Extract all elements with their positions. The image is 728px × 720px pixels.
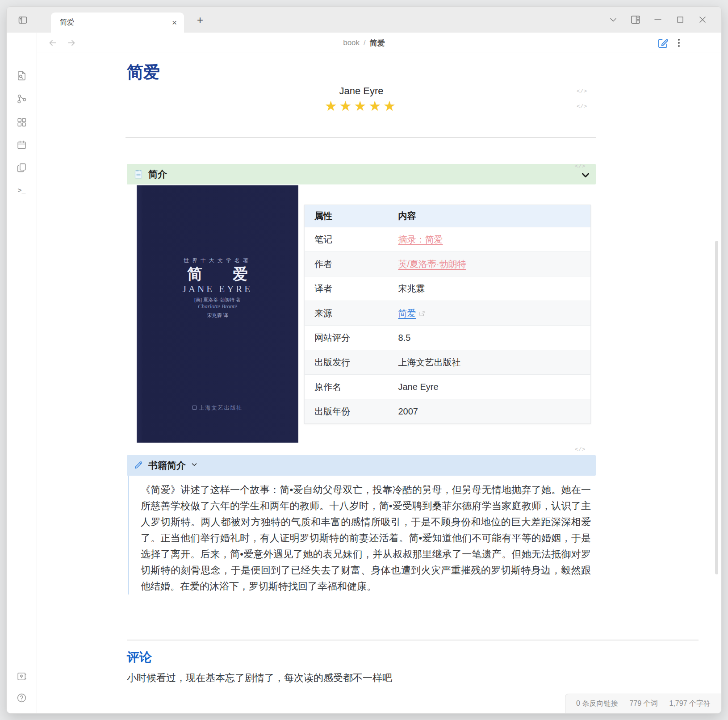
breadcrumb: book / 简爱 <box>7 33 721 53</box>
divider <box>126 137 596 138</box>
breadcrumb-current[interactable]: 简爱 <box>370 38 385 48</box>
word-count: 779 个词 <box>629 699 657 708</box>
gear-icon[interactable] <box>16 713 28 714</box>
safe-icon[interactable] <box>16 670 28 682</box>
attribute-value: 8.5 <box>398 326 591 350</box>
left-dock: >_ <box>7 33 37 713</box>
attributes-table-body: 笔记 摘录：简爱 作者 英/夏洛蒂·勃朗特 译者 宋兆霖 来源 简爱 网站评分 … <box>305 227 591 424</box>
attribute-name: 出版发行 <box>305 350 398 375</box>
tab-title: 简爱 <box>60 18 172 27</box>
code-block-marker[interactable]: </> <box>577 88 587 95</box>
collapse-chevron-icon[interactable] <box>190 460 198 470</box>
column-header-attribute: 属性 <box>305 205 398 227</box>
cover-translator: 宋兆霖 译 <box>137 312 298 319</box>
attribute-name: 来源 <box>305 301 398 326</box>
code-block-marker[interactable]: </> <box>575 163 585 170</box>
table-row: 译者 宋兆霖 <box>305 276 591 301</box>
graph-icon[interactable] <box>16 93 28 105</box>
note-link[interactable]: 英/夏洛蒂·勃朗特 <box>398 259 466 269</box>
summary-callout-header[interactable]: 书籍简介 <box>127 455 596 476</box>
attribute-name: 网站评分 <box>305 326 398 350</box>
notepad-icon <box>133 169 144 180</box>
book-cover-image: 世界十大文学名著 简 爱 JANE EYRE [英] 夏洛蒂·勃朗特 著 Cha… <box>137 185 298 443</box>
pencil-icon <box>133 460 144 471</box>
intro-callout-header[interactable]: 简介 <box>127 164 596 184</box>
tab-bar: 简爱 × + <box>7 7 721 33</box>
attribute-value: Jane Eyre <box>398 375 591 399</box>
collapse-chevron-icon[interactable] <box>580 169 591 183</box>
table-row: 原作名 Jane Eyre <box>305 375 591 399</box>
cover-title-en: JANE EYRE <box>137 284 298 295</box>
new-tab-button[interactable]: + <box>193 13 207 27</box>
code-block-marker[interactable]: </> <box>577 103 587 110</box>
attribute-name: 笔记 <box>305 227 398 252</box>
attribute-value: 上海文艺出版社 <box>398 350 591 375</box>
terminal-icon[interactable]: >_ <box>16 185 28 197</box>
book-subtitle: Jane Eyre <box>127 85 596 97</box>
table-row: 网站评分 8.5 <box>305 326 591 350</box>
column-header-content: 内容 <box>398 205 591 227</box>
source-link[interactable]: 简爱 <box>398 308 416 318</box>
panel-left-icon[interactable] <box>17 14 29 26</box>
table-row: 出版年份 2007 <box>305 399 591 424</box>
cover-author-en: Charlotte Brontë <box>137 303 298 310</box>
calendar-icon[interactable] <box>16 139 28 151</box>
comment-text: 小时候看过，现在基本忘了剧情了，每次读的感受都不一样吧 <box>127 671 392 685</box>
intro-callout-label: 简介 <box>148 168 167 180</box>
attribute-value: 宋兆霖 <box>398 276 591 301</box>
table-header-row: 属性 内容 <box>305 205 591 227</box>
summary-callout-label: 书籍简介 <box>148 459 186 472</box>
page-title: 简爱 <box>127 61 160 84</box>
attribute-value: 简爱 <box>398 301 591 326</box>
doc-search-icon[interactable] <box>16 70 28 82</box>
minimize-icon[interactable] <box>652 13 664 26</box>
table-row: 笔记 摘录：简爱 <box>305 227 591 252</box>
more-menu-icon[interactable] <box>673 37 685 49</box>
attribute-value: 2007 <box>398 399 591 424</box>
summary-text: 《简爱》讲述了这样一个故事：简•爱自幼父母双亡，投靠冷酷的舅母，但舅母无情地抛弃… <box>141 482 591 594</box>
breadcrumb-bar: book / 简爱 <box>7 33 721 53</box>
close-icon[interactable] <box>696 13 709 26</box>
app-window: 简爱 × + <box>6 6 722 714</box>
backlink-count[interactable]: 0 条反向链接 <box>576 699 618 708</box>
edit-icon[interactable] <box>657 37 669 49</box>
attribute-value: 英/夏洛蒂·勃朗特 <box>398 252 591 276</box>
cover-series: 世界十大文学名著 <box>137 257 298 264</box>
status-bar: 0 条反向链接 779 个词 1,797 个字符 <box>565 694 721 713</box>
maximize-icon[interactable] <box>674 13 686 26</box>
attribute-name: 作者 <box>305 252 398 276</box>
publisher-logo <box>192 406 197 410</box>
breadcrumb-parent[interactable]: book <box>343 38 360 47</box>
attributes-table: 属性 内容 笔记 摘录：简爱 作者 英/夏洛蒂·勃朗特 译者 宋兆霖 来源 简爱… <box>304 205 591 424</box>
attribute-name: 原作名 <box>305 375 398 399</box>
summary-block: 《简爱》讲述了这样一个故事：简•爱自幼父母双亡，投靠冷酷的舅母，但舅母无情地抛弃… <box>128 476 596 594</box>
table-row: 出版发行 上海文艺出版社 <box>305 350 591 375</box>
cover-title: 简 爱 <box>137 264 298 285</box>
table-row: 作者 英/夏洛蒂·勃朗特 <box>305 252 591 276</box>
table-row: 来源 简爱 <box>305 301 591 326</box>
attribute-name: 译者 <box>305 276 398 301</box>
tab-active[interactable]: 简爱 × <box>51 13 184 33</box>
help-icon[interactable] <box>16 692 28 704</box>
note-link[interactable]: 摘录：简爱 <box>398 234 443 244</box>
panel-right-icon[interactable] <box>629 13 642 26</box>
scrollbar[interactable] <box>715 241 718 574</box>
tab-close-icon[interactable]: × <box>172 18 177 28</box>
comments-heading: 评论 <box>127 649 152 666</box>
grid-icon[interactable] <box>16 116 28 128</box>
attribute-name: 出版年份 <box>305 399 398 424</box>
external-link-icon <box>419 309 425 319</box>
rating-stars: ★★★★★ <box>127 98 596 114</box>
code-block-marker[interactable]: </> <box>575 446 585 453</box>
cover-author: [英] 夏洛蒂·勃朗特 著 <box>137 297 298 303</box>
breadcrumb-separator: / <box>364 38 366 47</box>
attribute-value: 摘录：简爱 <box>398 227 591 252</box>
divider <box>127 640 699 640</box>
chevron-down-icon[interactable] <box>607 13 619 26</box>
char-count: 1,797 个字符 <box>669 699 711 708</box>
window-controls <box>607 13 709 26</box>
cover-publisher: 上海文艺出版社 <box>137 404 298 412</box>
copy-icon[interactable] <box>16 162 28 174</box>
